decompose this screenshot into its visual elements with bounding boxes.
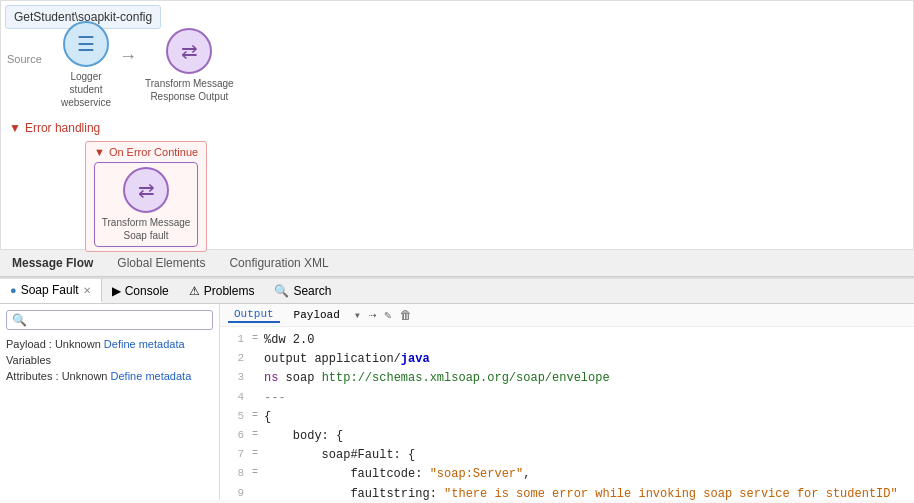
transform-icon: ⇄ [181, 39, 198, 63]
payload-btn[interactable]: Payload [288, 308, 346, 322]
payload-text: Payload : Unknown [6, 338, 104, 350]
table-row: 6= body: { [220, 427, 914, 446]
search-input[interactable] [27, 314, 207, 326]
attributes-item: Attributes : Unknown Define metadata [6, 370, 213, 382]
on-error-node[interactable]: ⇄ Transform MessageSoap fault [94, 162, 198, 247]
table-row: 4--- [220, 389, 914, 408]
flow-arrow: → [119, 46, 137, 67]
table-row: 2output application/java [220, 350, 914, 369]
table-row: 8= faultcode: "soap:Server", [220, 465, 914, 484]
code-text: { [264, 408, 910, 427]
attributes-define-metadata-link[interactable]: Define metadata [111, 370, 192, 382]
flow-canvas: GetStudent\soapkit-config Source ☰ Logge… [0, 0, 914, 250]
delete-icon[interactable]: 🗑 [400, 308, 412, 323]
editor-tabs: ● Soap Fault ✕ ▶ Console ⚠ Problems 🔍 Se… [0, 279, 914, 304]
bottom-area: ● Soap Fault ✕ ▶ Console ⚠ Problems 🔍 Se… [0, 277, 914, 503]
search-icon: 🔍 [12, 313, 27, 327]
code-token: http://schemas.xmlsoap.org/soap/envelope [322, 371, 610, 385]
search-input-wrap[interactable]: 🔍 [6, 310, 213, 330]
table-row: 3ns soap http://schemas.xmlsoap.org/soap… [220, 369, 914, 388]
tab-console[interactable]: ▶ Console [102, 280, 179, 302]
code-token: "there is some error while invoking soap… [444, 487, 898, 501]
logger-label: Loggerstudentwebservice [61, 70, 111, 109]
transform-circle: ⇄ [166, 28, 212, 74]
tab-global-elements[interactable]: Global Elements [113, 254, 209, 272]
on-error-icon: ⇄ [138, 178, 155, 202]
code-text: output application/java [264, 350, 910, 369]
code-text: soap#Fault: { [264, 446, 910, 465]
problems-tab-label: Problems [204, 284, 255, 298]
problems-icon: ⚠ [189, 284, 200, 298]
logger-node[interactable]: ☰ Loggerstudentwebservice [61, 21, 111, 109]
code-area: Output Payload ▾ ⇢ ✎ 🗑 1=%dw 2.02output … [220, 304, 914, 500]
payload-define-metadata-link[interactable]: Define metadata [104, 338, 185, 350]
console-tab-label: Console [125, 284, 169, 298]
tab-configuration-xml[interactable]: Configuration XML [225, 254, 332, 272]
code-token: java [401, 352, 430, 366]
code-content: 1=%dw 2.02output application/java3ns soa… [220, 327, 914, 500]
console-icon: ▶ [112, 284, 121, 298]
code-token: soap#Fault: { [264, 448, 415, 462]
payload-item: Payload : Unknown Define metadata [6, 338, 213, 350]
filter-icon[interactable]: ⇢ [369, 308, 376, 323]
table-row: 9 faultstring: "there is some error whil… [220, 485, 914, 501]
line-dot: = [252, 427, 264, 443]
line-dot: = [252, 408, 264, 424]
on-error-label: On Error Continue [109, 146, 198, 158]
dropdown-icon[interactable]: ▾ [354, 308, 361, 323]
code-token: soap [286, 371, 322, 385]
code-token: { [264, 410, 271, 424]
code-text: ns soap http://schemas.xmlsoap.org/soap/… [264, 369, 910, 388]
line-number: 7 [224, 446, 252, 464]
code-token: "soap:Server" [430, 467, 524, 481]
code-token: faultcode: [264, 467, 430, 481]
error-handling-section: ▼ Error handling ▼ On Error Continue ⇄ T… [5, 119, 909, 252]
logger-icon: ☰ [77, 32, 95, 56]
code-token: , [523, 467, 530, 481]
table-row: 7= soap#Fault: { [220, 446, 914, 465]
table-row: 5={ [220, 408, 914, 427]
on-error-triangle-icon: ▼ [94, 146, 105, 158]
code-text: faultcode: "soap:Server", [264, 465, 910, 484]
on-error-circle: ⇄ [123, 167, 169, 213]
flow-tabs: Message Flow Global Elements Configurati… [0, 250, 914, 277]
error-handling-label: Error handling [25, 121, 100, 135]
tab-search[interactable]: 🔍 Search [264, 280, 341, 302]
transform-node[interactable]: ⇄ Transform MessageResponse Output [145, 28, 234, 103]
line-number: 4 [224, 389, 252, 407]
tab-problems[interactable]: ⚠ Problems [179, 280, 265, 302]
on-error-node-label: Transform MessageSoap fault [102, 216, 191, 242]
soap-fault-close-icon[interactable]: ✕ [83, 285, 91, 296]
variables-text: Variables [6, 354, 51, 366]
output-toolbar: Output Payload ▾ ⇢ ✎ 🗑 [220, 304, 914, 327]
line-number: 6 [224, 427, 252, 445]
code-text: --- [264, 389, 910, 408]
error-handling-header: ▼ Error handling [5, 119, 909, 137]
code-token: body: { [264, 429, 343, 443]
output-btn[interactable]: Output [228, 307, 280, 323]
soap-fault-tab-label: Soap Fault [21, 283, 79, 297]
soap-fault-tab-icon: ● [10, 284, 17, 296]
logger-circle: ☰ [63, 21, 109, 67]
line-dot: = [252, 465, 264, 481]
table-row: 1=%dw 2.0 [220, 331, 914, 350]
tab-soap-fault[interactable]: ● Soap Fault ✕ [0, 279, 102, 303]
line-dot: = [252, 331, 264, 347]
code-text: %dw 2.0 [264, 331, 910, 350]
code-text: body: { [264, 427, 910, 446]
code-text: faultstring: "there is some error while … [264, 485, 910, 501]
edit-icon[interactable]: ✎ [384, 308, 391, 323]
flow-nodes-area: ☰ Loggerstudentwebservice → ⇄ Transform … [61, 21, 234, 109]
variables-item: Variables [6, 354, 213, 366]
attributes-text: Attributes : Unknown [6, 370, 111, 382]
code-token: output application/ [264, 352, 401, 366]
on-error-box: ▼ On Error Continue ⇄ Transform MessageS… [85, 141, 207, 252]
line-dot: = [252, 446, 264, 462]
left-panel: 🔍 Payload : Unknown Define metadata Vari… [0, 304, 220, 500]
search-tab-label: Search [293, 284, 331, 298]
code-token: %dw 2.0 [264, 333, 314, 347]
tab-message-flow[interactable]: Message Flow [8, 254, 97, 272]
code-token: ns [264, 371, 286, 385]
line-number: 3 [224, 369, 252, 387]
line-number: 9 [224, 485, 252, 501]
